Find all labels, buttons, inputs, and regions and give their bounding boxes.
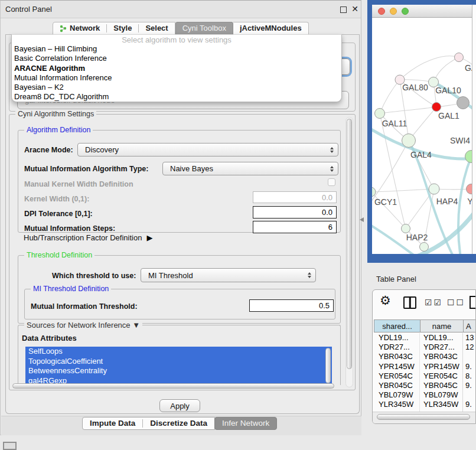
algorithm-option[interactable]: Mutual Information Inference <box>12 73 341 83</box>
deselect-all-checkboxes-icon[interactable]: ☐☐ <box>447 298 465 307</box>
table-cell: YBL079W <box>420 390 463 400</box>
algorithm-option[interactable]: Dream8 DC_TDC Algorithm <box>12 92 341 102</box>
algorithm-option[interactable]: Basic Correlation Inference <box>12 54 341 63</box>
table-row[interactable]: YBR043CYBR043C <box>374 352 476 361</box>
kernel-width-field[interactable]: 0.0 <box>253 191 337 203</box>
node-label: GAL10 <box>435 86 461 95</box>
float-window-icon[interactable] <box>340 6 347 13</box>
table-cell: 9. <box>463 381 476 390</box>
algorithm-option[interactable]: ARACNE Algorithm <box>12 64 341 73</box>
tab-impute-data[interactable]: Impute Data <box>83 418 142 429</box>
dpi-tolerance-field[interactable]: 0.0 <box>253 206 337 219</box>
threshold-definition-group: Threshold Definition Which threshold to … <box>18 255 341 324</box>
attribute-list-item[interactable]: SelfLoops <box>25 347 332 357</box>
mi-steps-field[interactable]: 6 <box>253 221 337 233</box>
network-edge[interactable] <box>380 113 406 229</box>
table-cell: YDR27... <box>374 343 420 352</box>
network-edge[interactable] <box>372 189 434 192</box>
network-edge[interactable] <box>400 56 459 80</box>
settings-horizontal-scrollbar[interactable] <box>11 383 347 389</box>
network-node[interactable] <box>372 187 376 197</box>
column-header[interactable]: name <box>420 319 463 332</box>
network-node[interactable] <box>429 184 439 194</box>
which-threshold-combobox[interactable]: MI Threshold <box>141 268 316 282</box>
network-node[interactable] <box>457 97 470 109</box>
table-cell: YLR345W <box>420 400 463 409</box>
threshold-definition-title: Threshold Definition <box>24 251 94 259</box>
network-canvas[interactable]: GAL80GAL10GAL1GAL11GAL4SWI4GCY1HAP4YHAP2… <box>372 18 472 254</box>
minimize-traffic-light-icon[interactable] <box>390 8 397 15</box>
tab-select[interactable]: Select <box>139 22 174 34</box>
tab-cyni-toolbox[interactable]: Cyni Toolbox <box>175 22 233 35</box>
collapse-arrow-icon[interactable]: ▼ <box>132 321 140 330</box>
network-node[interactable] <box>402 134 416 148</box>
table-horizontal-scrollbar[interactable] <box>373 412 476 423</box>
table-header-row: shared...nameA <box>374 319 476 332</box>
table-row[interactable]: YDR27...YDR27...12 <box>374 343 476 352</box>
table-row[interactable]: YBL079WYBL079W <box>374 390 476 400</box>
combo-spinner-icon <box>330 147 334 153</box>
settings-vertical-scrollbar[interactable] <box>345 117 353 387</box>
mi-threshold-field[interactable]: 0.5 <box>249 299 334 312</box>
hub-definition-expander[interactable]: Hub/Transcription Factor Definition ▶ <box>24 233 152 242</box>
zoom-traffic-light-icon[interactable] <box>402 8 409 15</box>
network-edge[interactable] <box>380 80 400 113</box>
algorithm-definition-title: Algorithm Definition <box>24 126 93 134</box>
table-row[interactable]: YLR345WYLR345W9. <box>374 400 476 409</box>
settings-vscroll-thumb[interactable] <box>347 119 352 369</box>
network-node[interactable] <box>465 151 472 163</box>
columns-icon[interactable] <box>403 296 416 309</box>
table-row[interactable]: YDL19...YDL19...13 <box>374 333 476 343</box>
attribute-list-item[interactable]: TopologicalCoefficient <box>25 357 332 367</box>
minimized-panel-icon[interactable] <box>3 442 17 450</box>
table-cell <box>463 352 476 361</box>
network-scrollbar-strip[interactable] <box>472 5 476 254</box>
manual-kernel-checkbox[interactable] <box>328 178 335 186</box>
column-header[interactable]: A <box>463 319 476 332</box>
algorithm-option[interactable]: Bayesian – K2 <box>12 83 341 92</box>
network-window[interactable]: GAL80GAL10GAL1GAL11GAL4SWI4GCY1HAP4YHAP2… <box>372 5 476 254</box>
node-label: SWI4 <box>450 136 470 145</box>
select-all-checkboxes-icon[interactable]: ☑☑ <box>425 298 443 307</box>
table-row[interactable]: YER054CYER054C8. <box>374 371 476 381</box>
column-header[interactable]: shared... <box>374 319 420 332</box>
tab-discretize-data[interactable]: Discretize Data <box>143 418 214 429</box>
network-node[interactable] <box>402 224 410 233</box>
close-icon[interactable]: ✕ <box>351 4 358 14</box>
data-attributes-list[interactable]: SelfLoopsTopologicalCoefficientBetweenne… <box>25 347 332 386</box>
table-cell: YDR27... <box>420 343 463 352</box>
gear-icon[interactable]: ⚙ <box>380 294 391 308</box>
tab-jactivemnodules[interactable]: jActiveMNodules <box>233 22 309 35</box>
table-row[interactable]: YBR045CYBR045C9. <box>374 381 476 390</box>
attributes-scrollbar[interactable] <box>325 348 331 383</box>
network-edge[interactable] <box>433 57 459 82</box>
tab-style[interactable]: Style <box>107 22 138 34</box>
algorithm-option[interactable]: Bayesian – Hill Climbing <box>12 44 341 54</box>
export-table-icon[interactable] <box>470 296 476 309</box>
network-node[interactable] <box>467 184 472 194</box>
mi-type-combobox[interactable]: Naive Bayes <box>162 162 338 175</box>
aracne-mode-combobox[interactable]: Discovery <box>77 143 338 156</box>
table-cell: 9. <box>463 400 476 409</box>
settings-hscroll-thumb[interactable] <box>12 383 334 389</box>
node-label: GAL11 <box>382 119 407 128</box>
which-threshold-label: Which threshold to use: <box>52 272 136 280</box>
network-node[interactable] <box>420 243 429 252</box>
network-node[interactable] <box>432 103 441 112</box>
table-cell: YPR145W <box>420 362 463 371</box>
apply-button[interactable]: Apply <box>159 399 200 412</box>
node-label: GAL1 <box>438 111 459 120</box>
network-edge[interactable] <box>380 107 436 113</box>
close-traffic-light-icon[interactable] <box>378 8 385 15</box>
tab-network[interactable]: Network <box>53 22 106 34</box>
attribute-list-item[interactable]: BetweennessCentrality <box>25 366 332 376</box>
network-node[interactable] <box>455 53 464 62</box>
network-window-titlebar[interactable] <box>372 5 472 18</box>
combo-spinner-icon <box>330 166 334 172</box>
network-node[interactable] <box>375 109 385 119</box>
table-hscroll-thumb[interactable] <box>377 414 470 420</box>
mi-type-value: Naive Bayes <box>170 164 213 173</box>
table-row[interactable]: YPR145WYPR145W9. <box>374 362 476 371</box>
dropdown-prompt: Select algorithm to view settings <box>12 35 341 44</box>
tab-infer-network[interactable]: Infer Network <box>214 417 277 430</box>
